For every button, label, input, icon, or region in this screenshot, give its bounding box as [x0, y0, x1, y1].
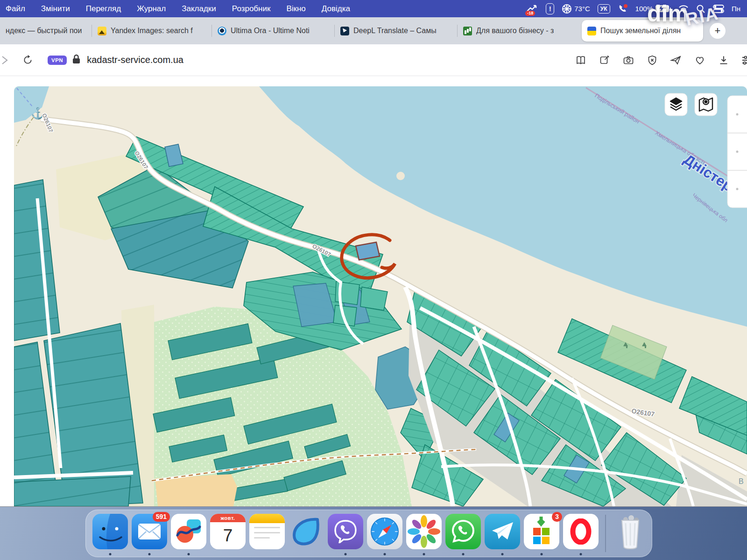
dock-viber[interactable]: [328, 514, 363, 549]
downloads-icon[interactable]: [718, 52, 730, 68]
deepl-favicon: [340, 27, 349, 35]
map-svg: ⚓ O26107 O26107 O26107 O26107 Подільськи…: [14, 86, 747, 506]
lock-icon: [72, 54, 80, 66]
new-tab-button[interactable]: +: [710, 23, 726, 39]
fan-temperature-status[interactable]: 73°C: [562, 4, 590, 14]
menu-window[interactable]: Вікно: [286, 4, 305, 14]
forward-button[interactable]: [0, 52, 13, 68]
watermark-dim: dim: [647, 0, 689, 27]
dock: 591 жовт. 7: [85, 510, 652, 557]
menu-help[interactable]: Довідка: [322, 4, 350, 14]
dock-calendar[interactable]: жовт. 7: [210, 514, 246, 549]
menu-bookmarks[interactable]: Закладки: [182, 4, 216, 14]
business-favicon: [463, 27, 472, 35]
keyboard-layout-status[interactable]: УК: [598, 4, 610, 14]
map-mode-button[interactable]: [695, 93, 717, 116]
dock-notes[interactable]: [249, 514, 285, 549]
stocks-status-icon[interactable]: -18: [526, 3, 538, 15]
mail-badge: 591: [153, 512, 170, 522]
menu-developer[interactable]: Розробник: [232, 4, 271, 14]
page-content: ⚓ O26107 O26107 O26107 O26107 Подільськи…: [0, 76, 747, 507]
stock-badge: -18: [525, 11, 535, 16]
microsoft-badge: 3: [552, 512, 562, 522]
dock-freeform[interactable]: [171, 514, 206, 549]
browser-toolbar: VPN kadastr-service.com.ua: [0, 44, 747, 76]
menu-file[interactable]: Файл: [6, 4, 25, 14]
dock-microsoft[interactable]: 3: [524, 514, 559, 549]
menu-edit[interactable]: Змінити: [41, 4, 70, 14]
share-icon[interactable]: [670, 52, 682, 68]
menu-history[interactable]: Журнал: [137, 4, 166, 14]
side-panel-cut[interactable]: [727, 96, 747, 208]
browser-tab-bar: ндекс — быстрый пои Yandex Images: searc…: [0, 17, 747, 44]
screen: Файл Змінити Перегляд Журнал Закладки Ро…: [0, 0, 747, 560]
calendar-day: 7: [210, 522, 246, 549]
settings-sliders-icon[interactable]: [741, 52, 747, 68]
dock-divider: [605, 515, 606, 552]
dock-opera[interactable]: [563, 514, 599, 549]
village-letter-label: В: [739, 477, 744, 485]
adblock-shield-icon[interactable]: [646, 52, 658, 68]
cadastral-map-canvas[interactable]: ⚓ O26107 O26107 O26107 O26107 Подільськи…: [14, 86, 747, 506]
tab-yandex-search[interactable]: ндекс — быстрый пои: [0, 17, 92, 44]
dock-whatsapp[interactable]: [445, 514, 481, 549]
dock-trash[interactable]: [613, 514, 648, 549]
tab-deepl[interactable]: DeepL Translate – Самы: [335, 17, 457, 44]
dock-photos[interactable]: [406, 514, 442, 549]
tab-ultima-ora[interactable]: Ultima Ora - Ultime Noti: [212, 17, 334, 44]
viber-status-icon[interactable]: [618, 4, 628, 14]
snapshot-edit-icon[interactable]: [599, 52, 611, 68]
reload-button[interactable]: [20, 52, 35, 68]
dock-telegram[interactable]: [485, 514, 520, 549]
tab-business[interactable]: Для вашого бізнесу - з: [458, 17, 580, 44]
dock-safari[interactable]: [367, 514, 402, 549]
highlighted-parcel[interactable]: [356, 242, 380, 260]
tab-yandex-images[interactable]: Yandex Images: search f: [92, 17, 211, 44]
alert-status-icon[interactable]: !: [546, 3, 554, 14]
desktop-strip: 591 жовт. 7: [0, 507, 747, 560]
weekday-text: Пн: [732, 5, 740, 13]
yandex-images-favicon: [98, 27, 106, 35]
dock-mail[interactable]: 591: [132, 514, 167, 549]
ultima-ora-favicon: [218, 27, 226, 35]
camera-icon[interactable]: [622, 52, 634, 68]
menu-view[interactable]: Перегляд: [86, 4, 121, 14]
dock-finder[interactable]: [92, 514, 128, 549]
layers-button[interactable]: [665, 93, 687, 116]
favorites-heart-icon[interactable]: [694, 52, 706, 68]
calendar-month: жовт.: [210, 514, 246, 522]
temperature-text: 73°C: [574, 5, 590, 13]
ukraine-flag-favicon: [587, 27, 596, 35]
sandbar-island: [396, 172, 405, 180]
reading-list-icon[interactable]: [575, 52, 587, 68]
address-url[interactable]: kadastr-service.com.ua: [87, 55, 183, 65]
macos-menu-bar: Файл Змінити Перегляд Журнал Закладки Ро…: [0, 0, 747, 17]
vpn-badge[interactable]: VPN: [48, 56, 67, 65]
dock-drop-app[interactable]: [289, 514, 324, 549]
